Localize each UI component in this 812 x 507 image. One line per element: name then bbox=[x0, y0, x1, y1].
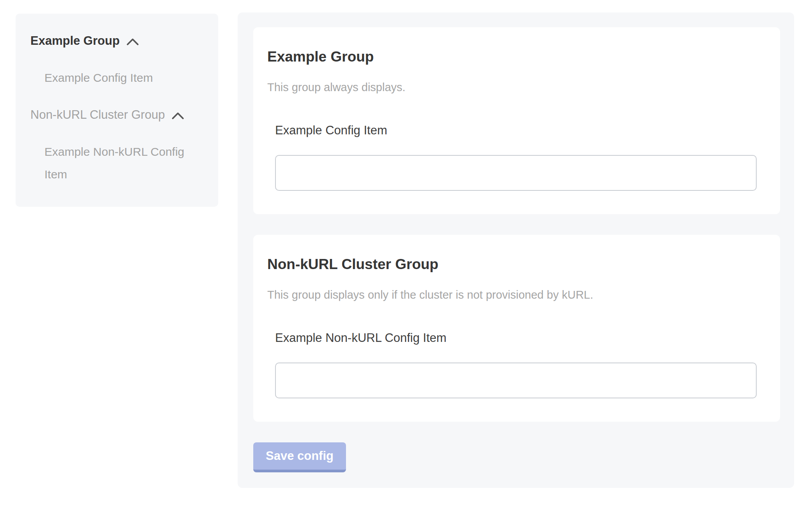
config-field-example-config-item: Example Config Item bbox=[275, 123, 757, 191]
chevron-up-icon[interactable] bbox=[127, 38, 139, 46]
field-label: Example Non-kURL Config Item bbox=[275, 331, 757, 345]
sidebar-group-header-non-kurl-cluster-group[interactable]: Non-kURL Cluster Group bbox=[30, 107, 203, 123]
sidebar-group-label: Non-kURL Cluster Group bbox=[30, 107, 165, 123]
group-description: This group displays only if the cluster … bbox=[267, 288, 757, 302]
save-config-button[interactable]: Save config bbox=[253, 442, 346, 472]
sidebar-item-example-config-item[interactable]: Example Config Item bbox=[44, 67, 201, 89]
chevron-up-icon[interactable] bbox=[172, 112, 184, 120]
sidebar-item-example-non-kurl-config-item[interactable]: Example Non-kURL Config Item bbox=[44, 141, 201, 186]
sidebar-group-example-group: Example Group Example Config Item bbox=[30, 33, 203, 89]
field-label: Example Config Item bbox=[275, 123, 757, 138]
sidebar-group-label: Example Group bbox=[30, 33, 120, 49]
config-field-example-non-kurl-config-item: Example Non-kURL Config Item bbox=[275, 331, 757, 398]
config-input-example-non-kurl-config-item[interactable] bbox=[275, 363, 757, 398]
group-title: Non-kURL Cluster Group bbox=[267, 256, 757, 273]
config-group-card-example-group: Example Group This group always displays… bbox=[253, 27, 780, 214]
group-title: Example Group bbox=[267, 48, 757, 65]
config-input-example-config-item[interactable] bbox=[275, 155, 757, 191]
config-nav-sidebar: Example Group Example Config Item Non-kU… bbox=[16, 14, 218, 207]
group-description: This group always displays. bbox=[267, 80, 757, 94]
config-group-card-non-kurl-cluster-group: Non-kURL Cluster Group This group displa… bbox=[253, 235, 780, 422]
config-panel: Example Group This group always displays… bbox=[238, 12, 794, 488]
sidebar-group-header-example-group[interactable]: Example Group bbox=[30, 33, 203, 49]
sidebar-group-non-kurl-cluster-group: Non-kURL Cluster Group Example Non-kURL … bbox=[30, 107, 203, 186]
